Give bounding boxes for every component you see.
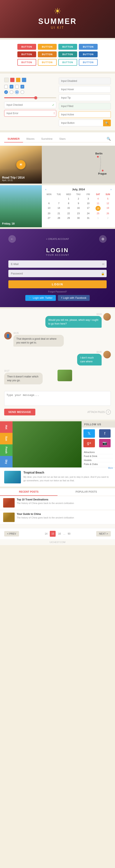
- btn-red-1[interactable]: BUTTON: [17, 44, 36, 50]
- checkbox-unchecked-2[interactable]: [15, 85, 19, 89]
- tag-hot[interactable]: Hot: [0, 421, 12, 433]
- tab-recent-posts[interactable]: RECENT POSTS: [0, 488, 58, 496]
- cal-day-11[interactable]: 11: [93, 201, 103, 206]
- cal-day-2[interactable]: 2: [74, 196, 83, 201]
- search-button[interactable]: 🔍: [103, 120, 111, 126]
- amsterdam-link-attractions[interactable]: Attractions: [84, 450, 113, 454]
- checkbox-unchecked-1[interactable]: [4, 85, 8, 89]
- cal-day-5[interactable]: 5: [103, 196, 113, 201]
- cal-day-18-today[interactable]: 18: [95, 206, 101, 211]
- radio-checked-2[interactable]: [15, 90, 19, 94]
- social-google-icon[interactable]: g+: [83, 439, 95, 447]
- tab-waves[interactable]: Waves: [23, 135, 38, 143]
- tag-sun[interactable]: Sun: [0, 433, 12, 444]
- cal-day-29[interactable]: 29: [64, 216, 73, 220]
- cal-day-30[interactable]: 30: [74, 216, 83, 220]
- cal-day-12[interactable]: 12: [103, 201, 113, 206]
- cal-day-27[interactable]: 27: [44, 216, 54, 220]
- cal-day-28[interactable]: 28: [54, 216, 64, 220]
- tag-fresh[interactable]: Fresh: [0, 444, 12, 456]
- login-settings-icon[interactable]: ⚙: [99, 235, 107, 243]
- amsterdam-link-food[interactable]: Food & Drink: [84, 454, 113, 458]
- blog-main-image[interactable]: [12, 421, 82, 467]
- cal-day-23[interactable]: 23: [74, 211, 83, 215]
- radio-unchecked-1[interactable]: [10, 90, 13, 94]
- tag-sky[interactable]: Sky: [0, 456, 12, 467]
- cal-day-25[interactable]: 25: [93, 211, 103, 215]
- cal-day-14[interactable]: 14: [54, 206, 64, 211]
- send-message-btn[interactable]: SEND MESSAGE: [4, 409, 35, 415]
- facebook-login-btn[interactable]: f Login with Facebook: [58, 295, 90, 301]
- slider-thumb[interactable]: [34, 96, 37, 99]
- cal-day-26[interactable]: 26: [103, 211, 113, 215]
- btn-outline-teal-1[interactable]: BUTTON: [58, 59, 77, 66]
- cal-day-6[interactable]: 6: [44, 201, 54, 206]
- cal-day-3[interactable]: 3: [83, 196, 93, 201]
- input-filled[interactable]: [59, 103, 111, 110]
- next-page-btn[interactable]: NEXT >: [96, 531, 111, 536]
- cal-day-31[interactable]: 31: [83, 216, 93, 220]
- input-active[interactable]: [59, 111, 111, 118]
- btn-outline-red-1[interactable]: BUTTON: [17, 59, 36, 66]
- btn-outline-orange-1[interactable]: BUTTON: [38, 59, 57, 66]
- post-item-1[interactable]: Top 10 Travel Destinations The history o…: [0, 496, 115, 510]
- social-twitter-icon[interactable]: 𝕏: [83, 429, 95, 438]
- calendar-prev-btn[interactable]: ‹: [44, 188, 47, 191]
- tab-search-icon[interactable]: 🔍: [107, 137, 111, 141]
- tab-sunshine[interactable]: Sunshine: [38, 135, 56, 143]
- cal-day-10[interactable]: 10: [83, 201, 93, 206]
- tab-stars[interactable]: Stars: [56, 135, 69, 143]
- input-error[interactable]: [4, 110, 56, 117]
- cal-day-16[interactable]: 16: [74, 206, 83, 211]
- tab-summer[interactable]: SUMMER: [4, 135, 23, 143]
- attach-files-btn[interactable]: ATTACH FILES +: [87, 409, 111, 414]
- social-facebook-icon[interactable]: f: [99, 429, 111, 438]
- tab-popular-posts[interactable]: POPULAR POSTS: [58, 488, 115, 496]
- cal-day-21[interactable]: 21: [54, 211, 64, 215]
- page-14[interactable]: 14: [43, 531, 49, 537]
- btn-darkteal-1[interactable]: BUTTON: [58, 52, 77, 57]
- cal-day-15[interactable]: 15: [64, 206, 73, 211]
- amsterdam-link-hostels[interactable]: Hostels: [84, 458, 113, 462]
- btn-orange-1[interactable]: BUTTON: [38, 44, 57, 50]
- radio-checked-1[interactable]: ✓: [4, 90, 8, 94]
- radio-unchecked-2[interactable]: [21, 90, 24, 94]
- calendar-next-btn[interactable]: ›: [110, 188, 113, 191]
- message-input[interactable]: [4, 391, 111, 406]
- btn-darkorange-1[interactable]: BUTTON: [38, 52, 57, 57]
- cal-day-19[interactable]: 19: [103, 206, 113, 211]
- btn-blue-1[interactable]: BUTTON: [79, 44, 98, 50]
- cal-day-17[interactable]: 17: [83, 206, 93, 211]
- page-15-active[interactable]: 15: [50, 531, 55, 537]
- page-90[interactable]: 90: [66, 531, 72, 537]
- prev-page-btn[interactable]: < PREV: [4, 531, 19, 536]
- cal-day-20[interactable]: 20: [44, 211, 54, 215]
- cal-day-4[interactable]: 4: [93, 196, 103, 201]
- forgot-password-link[interactable]: Forgot Password?: [8, 290, 107, 293]
- btn-teal-1[interactable]: BUTTON: [58, 44, 77, 50]
- cal-day-13[interactable]: 13: [44, 206, 54, 211]
- cal-day-next-1[interactable]: 1: [93, 216, 103, 220]
- card-map[interactable]: Berlin Prague: [42, 146, 115, 184]
- input-hover[interactable]: [59, 86, 111, 93]
- email-input[interactable]: [8, 260, 107, 268]
- input-tip[interactable]: [59, 94, 111, 101]
- checkbox-checked-2[interactable]: ✓: [21, 85, 24, 89]
- cal-day-24[interactable]: 24: [83, 211, 93, 215]
- btn-darkblue-1[interactable]: BUTTON: [79, 52, 98, 57]
- page-16[interactable]: 16: [56, 531, 62, 537]
- slider-track[interactable]: [4, 97, 56, 98]
- input-checked[interactable]: [4, 101, 56, 108]
- twitter-login-btn[interactable]: 🐦 Login with Twitter: [25, 295, 56, 301]
- cal-day-9[interactable]: 9: [74, 201, 83, 206]
- social-instagram-icon[interactable]: 📷: [99, 439, 111, 447]
- amsterdam-more-link[interactable]: More: [84, 466, 113, 470]
- post-item-2[interactable]: Your Guide to China The history of China…: [0, 510, 115, 524]
- login-back-icon[interactable]: ←: [8, 235, 16, 243]
- cal-day-7[interactable]: 7: [54, 201, 64, 206]
- btn-darkred-1[interactable]: BUTTON: [17, 52, 36, 57]
- checkbox-checked-1[interactable]: ✓: [10, 85, 13, 89]
- cal-day-1[interactable]: 1: [64, 196, 73, 201]
- btn-outline-blue-1[interactable]: BUTTON: [79, 59, 98, 66]
- cal-day-8[interactable]: 8: [64, 201, 73, 206]
